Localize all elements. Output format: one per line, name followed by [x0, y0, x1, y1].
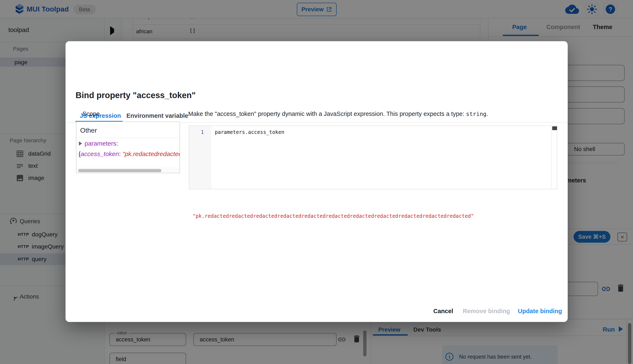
- dialog-title: Bind property "access_token": [76, 90, 196, 100]
- expand-arrow-icon[interactable]: [79, 142, 82, 146]
- description-type: string: [466, 111, 486, 117]
- update-binding-button[interactable]: Update binding: [518, 308, 562, 315]
- cancel-button[interactable]: Cancel: [433, 308, 453, 315]
- tree-subkey: access_token: [81, 150, 119, 157]
- scope-tree-panel: Other parameters: {access_token: "pk.red…: [76, 122, 180, 173]
- editor-code-line[interactable]: parameters.access_token: [215, 129, 284, 135]
- horizontal-scrollbar-thumb[interactable]: [78, 169, 161, 172]
- evaluated-result: "pk.redactedredactedredactedredactedreda…: [193, 213, 474, 219]
- kv-separator: :: [119, 150, 123, 157]
- toolpad-app-window: affenpinscher [] african [] MUI Toolpad …: [0, 0, 633, 364]
- editor-gutter: 1: [189, 126, 211, 189]
- dialog-description: Make the "access_token" property dynamic…: [188, 110, 488, 117]
- tree-node-parameters[interactable]: parameters:: [79, 140, 118, 147]
- bind-property-dialog: Bind property "access_token" JS expressi…: [66, 41, 568, 322]
- overview-ruler-marker: [552, 126, 557, 130]
- remove-binding-button[interactable]: Remove binding: [463, 308, 510, 315]
- scope-group-label: Other: [80, 126, 97, 134]
- tab-environment-variable[interactable]: Environment variable: [127, 112, 188, 119]
- scope-label: Scope: [83, 110, 100, 117]
- tree-string-value: "pk.redactedredactedredacted: [123, 150, 180, 157]
- line-number: 1: [189, 129, 204, 135]
- tree-key: parameters: [85, 140, 116, 147]
- tree-node-value-preview[interactable]: {access_token: "pk.redactedredactedredac…: [79, 150, 180, 158]
- tree-colon: :: [116, 140, 118, 147]
- description-period: .: [486, 110, 488, 117]
- brace: {: [79, 150, 81, 157]
- horizontal-scrollbar-track: [76, 168, 180, 173]
- overview-ruler: [551, 126, 551, 189]
- divider: [76, 138, 180, 138]
- description-text: Make the "access_token" property dynamic…: [188, 110, 466, 117]
- js-expression-editor[interactable]: 1 parameters.access_token: [189, 126, 557, 189]
